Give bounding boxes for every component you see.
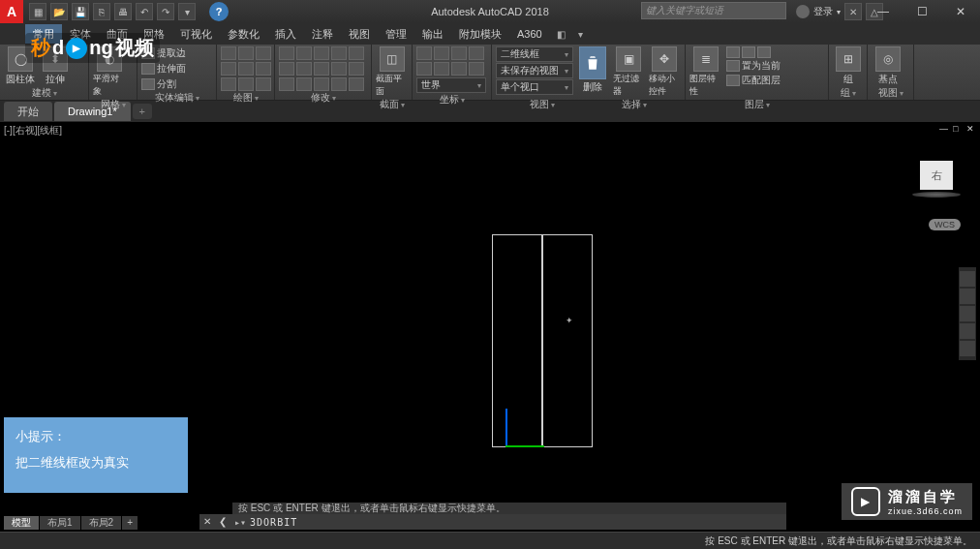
layout-tab-add[interactable]: + — [122, 516, 138, 530]
nav-zoom-icon[interactable] — [960, 306, 975, 321]
tab-add-button[interactable]: + — [133, 104, 152, 119]
menu-tab-addins[interactable]: 附加模块 — [451, 24, 509, 44]
base-button[interactable]: ◎ 基点 — [872, 46, 904, 86]
panel-label-draw[interactable]: 绘图 — [221, 91, 270, 105]
group-button[interactable]: ⊞ 组 — [833, 46, 863, 86]
menu-tab-visualize[interactable]: 可视化 — [172, 24, 220, 44]
savedview-dropdown[interactable]: 未保存的视图 — [496, 63, 573, 78]
draw-icon[interactable] — [221, 62, 236, 76]
viewcube-face[interactable]: 右 — [920, 161, 953, 190]
modify-icon[interactable] — [349, 46, 364, 60]
panel-label-group[interactable]: 组 — [833, 86, 863, 100]
nav-wheel-icon[interactable] — [960, 271, 975, 287]
panel-label-view2[interactable]: 视图 — [872, 86, 909, 100]
modify-icon[interactable] — [279, 77, 294, 91]
vp-max-icon[interactable]: □ — [953, 124, 963, 134]
extrude-face-button[interactable]: 拉伸面 — [141, 62, 209, 76]
qat-saveas-icon[interactable]: ⎘ — [93, 3, 110, 20]
draw-icon[interactable] — [256, 62, 271, 76]
nofilter-button[interactable]: ▣ 无过滤器 — [613, 46, 645, 98]
ucs-icon[interactable] — [469, 62, 484, 76]
draw-icon[interactable] — [256, 46, 271, 60]
ucs-icon[interactable] — [451, 46, 467, 60]
qat-open-icon[interactable]: 📂 — [50, 3, 68, 20]
separate-button[interactable]: 分割 — [141, 77, 209, 91]
menu-tab-view[interactable]: 视图 — [341, 24, 378, 44]
cmdline-history-icon[interactable]: ❮ — [219, 516, 230, 528]
modify-icon[interactable] — [331, 46, 347, 60]
draw-icon[interactable] — [238, 46, 254, 60]
modify-icon[interactable] — [331, 62, 347, 76]
vp-min-icon[interactable]: — — [939, 124, 949, 134]
qat-more-icon[interactable]: ▾ — [178, 3, 196, 20]
qat-plot-icon[interactable]: 🖶 — [114, 3, 132, 20]
layer-icon[interactable] — [726, 46, 740, 58]
layout-tab-1[interactable]: 布局1 — [40, 516, 80, 530]
close-button[interactable]: ✕ — [941, 0, 980, 23]
nav-pan-icon[interactable] — [960, 289, 975, 304]
gizmo-button[interactable]: ✥ 移动小控件 — [649, 46, 681, 98]
menu-featured-icon[interactable]: ◧ — [554, 26, 569, 42]
panel-label-coords[interactable]: 坐标 — [416, 93, 487, 107]
menu-expand-icon[interactable]: ▾ — [573, 26, 589, 42]
modify-icon[interactable] — [296, 46, 312, 60]
maximize-button[interactable]: ☐ — [903, 0, 941, 23]
qat-redo-icon[interactable]: ↷ — [157, 3, 174, 20]
setcurrent-button[interactable]: 置为当前 — [726, 59, 781, 73]
layout-tab-2[interactable]: 布局2 — [81, 516, 122, 530]
modify-icon[interactable] — [331, 77, 347, 91]
viewcube[interactable]: 右 — [912, 161, 961, 199]
panel-label-section[interactable]: 截面 — [376, 98, 408, 111]
nav-orbit-icon[interactable] — [960, 323, 975, 339]
modify-icon[interactable] — [314, 62, 329, 76]
draw-icon[interactable] — [221, 77, 236, 91]
menu-tab-output[interactable]: 输出 — [414, 24, 451, 44]
viewcube-compass[interactable] — [912, 192, 961, 198]
modify-icon[interactable] — [314, 46, 329, 60]
ucs-icon[interactable] — [416, 62, 432, 76]
ucs-icon[interactable] — [469, 46, 484, 60]
viewport-dropdown[interactable]: 单个视口 — [496, 79, 573, 95]
draw-icon[interactable] — [238, 77, 254, 91]
modify-icon[interactable] — [279, 62, 294, 76]
app-logo-icon[interactable]: A — [0, 0, 23, 23]
nav-showmotion-icon[interactable] — [960, 341, 975, 356]
ucs-dropdown[interactable]: 世界 — [416, 77, 486, 93]
modify-icon[interactable] — [279, 46, 294, 60]
qat-undo-icon[interactable]: ↶ — [136, 3, 153, 20]
ucs-icon[interactable] — [416, 46, 432, 60]
ucs-icon[interactable] — [434, 46, 449, 60]
panel-label-select[interactable]: 选择 — [589, 98, 682, 111]
modify-icon[interactable] — [296, 77, 312, 91]
minimize-button[interactable]: — — [864, 0, 903, 23]
menu-tab-a360[interactable]: A360 — [509, 24, 550, 44]
menu-tab-insert[interactable]: 插入 — [267, 24, 304, 44]
matchlayer-button[interactable]: 匹配图层 — [726, 74, 781, 87]
ucs-icon[interactable] — [451, 62, 467, 76]
modify-icon[interactable] — [296, 62, 312, 76]
ucs-icon[interactable] — [434, 62, 449, 76]
section-button[interactable]: ◫ 截面平面 — [376, 46, 408, 98]
vp-close-icon[interactable]: ✕ — [966, 124, 976, 134]
qat-new-icon[interactable]: ▦ — [29, 3, 46, 20]
draw-icon[interactable] — [256, 77, 271, 91]
viewport-label[interactable]: [-][右视][线框] — [4, 124, 62, 137]
menu-tab-parametric[interactable]: 参数化 — [220, 24, 267, 44]
command-line[interactable]: ✕ ❮ ▸▾ 3DORBIT — [199, 514, 786, 530]
layer-icon[interactable] — [742, 46, 755, 58]
layer-icon[interactable] — [757, 46, 771, 58]
menu-tab-manage[interactable]: 管理 — [378, 24, 414, 44]
layerprops-button[interactable]: ≣ 图层特性 — [689, 46, 722, 98]
panel-label-solidedit[interactable]: 实体编辑 — [141, 91, 212, 105]
help-icon[interactable]: ? — [209, 2, 229, 21]
search-input[interactable]: 键入关键字或短语 — [641, 2, 786, 19]
tab-start[interactable]: 开始 — [4, 102, 52, 121]
modify-icon[interactable] — [349, 62, 364, 76]
qat-save-icon[interactable]: 💾 — [72, 3, 89, 20]
visualstyle-dropdown[interactable]: 二维线框 — [496, 46, 573, 62]
wcs-badge[interactable]: WCS — [929, 219, 961, 230]
delete-button[interactable]: 删除 — [577, 46, 609, 94]
draw-icon[interactable] — [238, 62, 254, 76]
panel-label-mesh[interactable]: 网格 — [93, 98, 133, 111]
modify-icon[interactable] — [314, 77, 329, 91]
